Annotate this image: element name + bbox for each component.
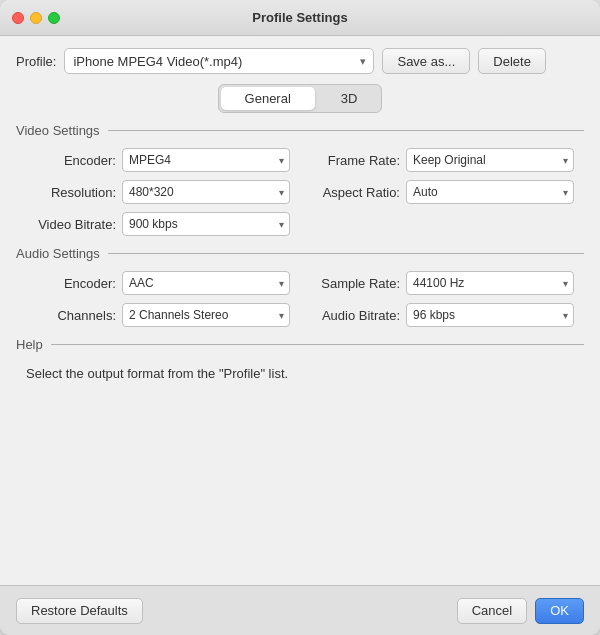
video-bitrate-label: Video Bitrate: <box>26 217 116 232</box>
minimize-button[interactable] <box>30 12 42 24</box>
profile-select[interactable]: iPhone MPEG4 Video(*.mp4) <box>64 48 374 74</box>
frame-rate-select-wrapper: Keep Original <box>406 148 574 172</box>
audio-settings-title: Audio Settings <box>16 246 100 261</box>
window-title: Profile Settings <box>252 10 347 25</box>
video-settings-header: Video Settings <box>16 123 584 138</box>
profile-select-wrapper: iPhone MPEG4 Video(*.mp4) <box>64 48 374 74</box>
audio-settings-header: Audio Settings <box>16 246 584 261</box>
channels-label: Channels: <box>26 308 116 323</box>
sample-rate-label: Sample Rate: <box>310 276 400 291</box>
video-fields-grid: Encoder: MPEG4 Frame Rate: Keep Original <box>16 148 584 236</box>
tab-container: General 3D <box>218 84 383 113</box>
profile-action-buttons: Save as... Delete <box>382 48 545 74</box>
help-title: Help <box>16 337 43 352</box>
encoder-field-row: Encoder: MPEG4 <box>26 148 290 172</box>
title-bar: Profile Settings <box>0 0 600 36</box>
audio-encoder-select-wrapper: AAC <box>122 271 290 295</box>
content-area: Profile: iPhone MPEG4 Video(*.mp4) Save … <box>0 36 600 585</box>
close-button[interactable] <box>12 12 24 24</box>
tab-general[interactable]: General <box>221 87 315 110</box>
audio-bitrate-field-row: Audio Bitrate: 96 kbps <box>310 303 574 327</box>
profile-row: Profile: iPhone MPEG4 Video(*.mp4) Save … <box>16 48 584 74</box>
audio-encoder-field-row: Encoder: AAC <box>26 271 290 295</box>
audio-fields-grid: Encoder: AAC Sample Rate: 44100 Hz <box>16 271 584 327</box>
delete-button[interactable]: Delete <box>478 48 546 74</box>
resolution-label: Resolution: <box>26 185 116 200</box>
encoder-select[interactable]: MPEG4 <box>122 148 290 172</box>
help-section: Help Select the output format from the "… <box>16 337 584 385</box>
resolution-select[interactable]: 480*320 <box>122 180 290 204</box>
video-section-line <box>108 130 584 131</box>
resolution-select-wrapper: 480*320 <box>122 180 290 204</box>
profile-label: Profile: <box>16 54 56 69</box>
audio-encoder-select[interactable]: AAC <box>122 271 290 295</box>
tab-3d[interactable]: 3D <box>317 85 382 112</box>
video-settings-title: Video Settings <box>16 123 100 138</box>
aspect-ratio-select[interactable]: Auto <box>406 180 574 204</box>
audio-bitrate-select-wrapper: 96 kbps <box>406 303 574 327</box>
maximize-button[interactable] <box>48 12 60 24</box>
footer: Restore Defaults Cancel OK <box>0 585 600 635</box>
video-bitrate-select-wrapper: 900 kbps <box>122 212 290 236</box>
sample-rate-select-wrapper: 44100 Hz <box>406 271 574 295</box>
audio-encoder-label: Encoder: <box>26 276 116 291</box>
profile-settings-window: Profile Settings Profile: iPhone MPEG4 V… <box>0 0 600 635</box>
restore-defaults-button[interactable]: Restore Defaults <box>16 598 143 624</box>
frame-rate-field-row: Frame Rate: Keep Original <box>310 148 574 172</box>
sample-rate-field-row: Sample Rate: 44100 Hz <box>310 271 574 295</box>
audio-settings-section: Audio Settings Encoder: AAC Sample Rate: <box>16 246 584 327</box>
encoder-label: Encoder: <box>26 153 116 168</box>
resolution-field-row: Resolution: 480*320 <box>26 180 290 204</box>
sample-rate-select[interactable]: 44100 Hz <box>406 271 574 295</box>
audio-section-line <box>108 253 584 254</box>
audio-bitrate-label: Audio Bitrate: <box>310 308 400 323</box>
cancel-button[interactable]: Cancel <box>457 598 527 624</box>
aspect-ratio-select-wrapper: Auto <box>406 180 574 204</box>
frame-rate-label: Frame Rate: <box>310 153 400 168</box>
ok-button[interactable]: OK <box>535 598 584 624</box>
help-header: Help <box>16 337 584 352</box>
help-text: Select the output format from the "Profi… <box>16 362 584 385</box>
channels-select[interactable]: 2 Channels Stereo <box>122 303 290 327</box>
video-bitrate-select[interactable]: 900 kbps <box>122 212 290 236</box>
audio-bitrate-select[interactable]: 96 kbps <box>406 303 574 327</box>
aspect-ratio-label: Aspect Ratio: <box>310 185 400 200</box>
footer-right-buttons: Cancel OK <box>457 598 584 624</box>
channels-field-row: Channels: 2 Channels Stereo <box>26 303 290 327</box>
tabs-row: General 3D <box>16 84 584 113</box>
frame-rate-select[interactable]: Keep Original <box>406 148 574 172</box>
save-as-button[interactable]: Save as... <box>382 48 470 74</box>
video-bitrate-field-row: Video Bitrate: 900 kbps <box>26 212 290 236</box>
help-section-line <box>51 344 584 345</box>
aspect-ratio-field-row: Aspect Ratio: Auto <box>310 180 574 204</box>
traffic-lights <box>12 12 60 24</box>
channels-select-wrapper: 2 Channels Stereo <box>122 303 290 327</box>
encoder-select-wrapper: MPEG4 <box>122 148 290 172</box>
video-settings-section: Video Settings Encoder: MPEG4 Frame Rate… <box>16 123 584 236</box>
